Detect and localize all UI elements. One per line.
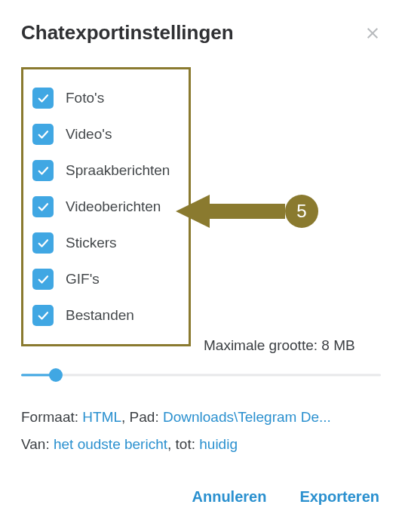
option-label: Bestanden <box>66 307 134 324</box>
format-label: Formaat: <box>21 409 82 425</box>
from-label: Van: <box>21 436 54 452</box>
option-voice-messages[interactable]: Spraakberichten <box>29 152 178 189</box>
option-label: Video's <box>66 126 112 143</box>
checkbox-icon <box>32 124 54 145</box>
option-videos[interactable]: Video's <box>29 116 178 152</box>
export-button[interactable]: Exporteren <box>298 484 381 510</box>
dialog-buttons: Annuleren Exporteren <box>21 484 381 510</box>
option-label: Foto's <box>66 90 104 106</box>
checkbox-icon <box>32 160 54 181</box>
checkbox-icon <box>32 232 54 254</box>
option-label: Stickers <box>66 235 117 251</box>
export-settings-dialog: Chatexportinstellingen Foto's Video's Sp… <box>0 0 402 525</box>
export-meta: Formaat: HTML, Pad: Downloads\Telegram D… <box>21 404 381 458</box>
path-link[interactable]: Downloads\Telegram De... <box>163 409 331 425</box>
to-label: , tot: <box>167 436 199 452</box>
checkbox-icon <box>32 88 54 109</box>
option-photos[interactable]: Foto's <box>29 80 178 116</box>
option-stickers[interactable]: Stickers <box>29 225 178 261</box>
option-files[interactable]: Bestanden <box>29 297 178 334</box>
option-label: GIF's <box>66 271 100 288</box>
option-gifs[interactable]: GIF's <box>29 261 178 297</box>
media-options-highlight: Foto's Video's Spraakberichten Videoberi… <box>21 67 191 346</box>
cancel-button[interactable]: Annuleren <box>191 484 269 510</box>
slider-track <box>21 374 381 377</box>
option-label: Spraakberichten <box>66 162 170 179</box>
max-size-label: Maximale grootte: 8 MB <box>204 337 355 354</box>
dialog-header: Chatexportinstellingen <box>21 21 381 45</box>
format-link[interactable]: HTML <box>82 409 121 425</box>
to-link[interactable]: huidig <box>199 436 238 452</box>
slider-thumb[interactable] <box>49 368 63 382</box>
dialog-title: Chatexportinstellingen <box>21 21 234 45</box>
path-label: , Pad: <box>121 409 163 425</box>
option-label: Videoberichten <box>66 198 161 215</box>
checkbox-icon <box>32 305 54 326</box>
size-slider[interactable] <box>21 366 381 384</box>
from-link[interactable]: het oudste bericht <box>54 436 167 452</box>
option-video-messages[interactable]: Videoberichten <box>29 189 178 225</box>
close-icon[interactable] <box>364 25 381 42</box>
checkbox-icon <box>32 196 54 217</box>
checkbox-icon <box>32 269 54 290</box>
